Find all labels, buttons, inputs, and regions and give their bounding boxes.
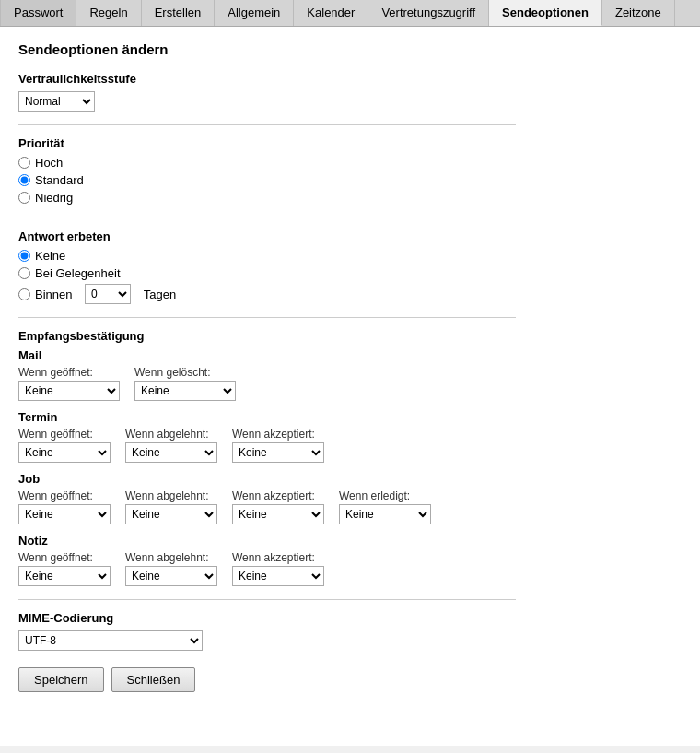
notiz-akzeptiert-label: Wenn akzeptiert:	[232, 551, 324, 564]
divider-4	[18, 599, 516, 600]
mail-geoeffnet-group: Wenn geöffnet: KeineImmerFragen	[18, 366, 120, 401]
job-erledigt-group: Wenn erledigt: KeineImmerFragen	[339, 489, 431, 524]
notiz-akzeptiert-group: Wenn akzeptiert: KeineImmerFragen	[232, 551, 324, 586]
tab-zeitzone[interactable]: Zeitzone	[602, 0, 675, 26]
mail-geloescht-select[interactable]: KeineImmerFragen	[134, 381, 236, 401]
mail-subtitle: Mail	[18, 348, 516, 362]
save-button[interactable]: Speichern	[18, 667, 104, 692]
antwort-label: Antwort erbeten	[18, 229, 516, 243]
main-content: Sendeoptionen ändern Vertraulichkeitsstu…	[0, 27, 700, 746]
notiz-geoeffnet-select[interactable]: KeineImmerFragen	[18, 566, 111, 586]
section-mime: MIME-Codierung UTF-8 ISO-8859-1 Windows-…	[18, 611, 516, 651]
page-title: Sendeoptionen ändern	[18, 41, 516, 57]
tab-vertretungszugriff[interactable]: Vertretungszugriff	[368, 0, 489, 26]
job-akzeptiert-select[interactable]: KeineImmerFragen	[232, 504, 324, 524]
termin-akzeptiert-group: Wenn akzeptiert: KeineImmerFragen	[232, 428, 324, 463]
prioritaet-hoch-radio[interactable]	[18, 157, 30, 169]
divider-1	[18, 124, 516, 125]
notiz-akzeptiert-select[interactable]: KeineImmerFragen	[232, 566, 324, 586]
antwort-binnen-label[interactable]: Binnen 0 1 2 3 5 7 14 30 Tagen	[18, 284, 516, 304]
tab-passwort[interactable]: Passwort	[0, 0, 76, 26]
antwort-binnen-text: Binnen	[35, 288, 72, 301]
divider-2	[18, 218, 516, 218]
job-geoeffnet-group: Wenn geöffnet: KeineImmerFragen	[18, 489, 111, 524]
empfang-termin: Termin Wenn geöffnet: KeineImmerFragen W…	[18, 410, 516, 463]
prioritaet-standard-radio[interactable]	[18, 174, 30, 186]
binnen-unit: Tagen	[144, 288, 176, 301]
prioritaet-standard-text: Standard	[35, 173, 84, 187]
prioritaet-niedrig-label[interactable]: Niedrig	[18, 191, 516, 205]
termin-geoeffnet-group: Wenn geöffnet: KeineImmerFragen	[18, 428, 111, 463]
antwort-binnen-radio[interactable]	[18, 288, 30, 300]
mime-label: MIME-Codierung	[18, 611, 516, 625]
termin-abgelehnt-label: Wenn abgelehnt:	[125, 428, 217, 441]
notiz-subtitle: Notiz	[18, 534, 516, 547]
mail-geloescht-label: Wenn gelöscht:	[134, 366, 236, 379]
tab-bar: Passwort Regeln Erstellen Allgemein Kale…	[0, 0, 700, 27]
empfang-mail: Mail Wenn geöffnet: KeineImmerFragen Wen…	[18, 348, 516, 401]
termin-fields-row: Wenn geöffnet: KeineImmerFragen Wenn abg…	[18, 428, 516, 463]
empfang-label: Empfangsbestätigung	[18, 329, 516, 343]
prioritaet-radio-group: Hoch Standard Niedrig	[18, 156, 516, 205]
binnen-select[interactable]: 0 1 2 3 5 7 14 30	[85, 284, 131, 304]
notiz-geoeffnet-label: Wenn geöffnet:	[18, 551, 111, 564]
job-akzeptiert-group: Wenn akzeptiert: KeineImmerFragen	[232, 489, 324, 524]
termin-akzeptiert-label: Wenn akzeptiert:	[232, 428, 324, 441]
job-subtitle: Job	[18, 472, 516, 486]
job-abgelehnt-group: Wenn abgelehnt: KeineImmerFragen	[125, 489, 217, 524]
mime-select[interactable]: UTF-8 ISO-8859-1 Windows-1252	[18, 630, 203, 651]
job-fields-row: Wenn geöffnet: KeineImmerFragen Wenn abg…	[18, 489, 516, 524]
job-abgelehnt-label: Wenn abgelehnt:	[125, 489, 217, 502]
notiz-fields-row: Wenn geöffnet: KeineImmerFragen Wenn abg…	[18, 551, 516, 586]
termin-subtitle: Termin	[18, 410, 516, 424]
close-button[interactable]: Schließen	[111, 667, 196, 692]
vertraulichkeit-label: Vertraulichkeitsstufe	[18, 72, 516, 86]
job-geoeffnet-select[interactable]: KeineImmerFragen	[18, 504, 111, 524]
prioritaet-standard-label[interactable]: Standard	[18, 173, 516, 187]
tab-allgemein[interactable]: Allgemein	[215, 0, 294, 26]
mail-fields-row: Wenn geöffnet: KeineImmerFragen Wenn gel…	[18, 366, 516, 401]
prioritaet-hoch-text: Hoch	[35, 156, 63, 170]
prioritaet-niedrig-text: Niedrig	[35, 191, 73, 205]
antwort-keine-radio[interactable]	[18, 250, 30, 262]
empfang-job: Job Wenn geöffnet: KeineImmerFragen Wenn…	[18, 472, 516, 524]
job-erledigt-label: Wenn erledigt:	[339, 489, 431, 502]
antwort-gelegenheit-radio[interactable]	[18, 267, 30, 279]
section-vertraulichkeit: Vertraulichkeitsstufe Normal Vertraulich…	[18, 72, 516, 112]
job-geoeffnet-label: Wenn geöffnet:	[18, 489, 111, 502]
notiz-abgelehnt-group: Wenn abgelehnt: KeineImmerFragen	[125, 551, 217, 586]
antwort-keine-text: Keine	[35, 249, 65, 263]
notiz-abgelehnt-select[interactable]: KeineImmerFragen	[125, 566, 217, 586]
termin-geoeffnet-select[interactable]: KeineImmerFragen	[18, 442, 111, 463]
empfang-notiz: Notiz Wenn geöffnet: KeineImmerFragen We…	[18, 534, 516, 586]
section-empfang: Empfangsbestätigung Mail Wenn geöffnet: …	[18, 329, 516, 586]
antwort-gelegenheit-label[interactable]: Bei Gelegenheit	[18, 266, 516, 280]
termin-akzeptiert-select[interactable]: KeineImmerFragen	[232, 442, 324, 463]
antwort-gelegenheit-text: Bei Gelegenheit	[35, 266, 121, 280]
divider-3	[18, 317, 516, 318]
section-antwort: Antwort erbeten Keine Bei Gelegenheit Bi…	[18, 229, 516, 304]
section-prioritaet: Priorität Hoch Standard Niedrig	[18, 136, 516, 205]
job-abgelehnt-select[interactable]: KeineImmerFragen	[125, 504, 217, 524]
tab-erstellen[interactable]: Erstellen	[142, 0, 216, 26]
prioritaet-niedrig-radio[interactable]	[18, 192, 30, 204]
mail-geloescht-group: Wenn gelöscht: KeineImmerFragen	[134, 366, 236, 401]
vertraulichkeit-select[interactable]: Normal Vertraulich Privat Persönlich	[18, 91, 95, 112]
prioritaet-label: Priorität	[18, 136, 516, 150]
notiz-geoeffnet-group: Wenn geöffnet: KeineImmerFragen	[18, 551, 111, 586]
mail-geoeffnet-select[interactable]: KeineImmerFragen	[18, 381, 120, 401]
mail-geoeffnet-label: Wenn geöffnet:	[18, 366, 120, 379]
termin-abgelehnt-group: Wenn abgelehnt: KeineImmerFragen	[125, 428, 217, 463]
antwort-radio-group: Keine Bei Gelegenheit Binnen 0 1 2 3 5	[18, 249, 516, 304]
antwort-keine-label[interactable]: Keine	[18, 249, 516, 263]
button-bar: Speichern Schließen	[18, 667, 516, 692]
tab-regeln[interactable]: Regeln	[76, 0, 141, 26]
job-erledigt-select[interactable]: KeineImmerFragen	[339, 504, 431, 524]
job-akzeptiert-label: Wenn akzeptiert:	[232, 489, 324, 502]
tab-kalender[interactable]: Kalender	[294, 0, 368, 26]
prioritaet-hoch-label[interactable]: Hoch	[18, 156, 516, 170]
tab-sendeoptionen[interactable]: Sendeoptionen	[489, 0, 602, 26]
termin-abgelehnt-select[interactable]: KeineImmerFragen	[125, 442, 217, 463]
termin-geoeffnet-label: Wenn geöffnet:	[18, 428, 111, 441]
notiz-abgelehnt-label: Wenn abgelehnt:	[125, 551, 217, 564]
